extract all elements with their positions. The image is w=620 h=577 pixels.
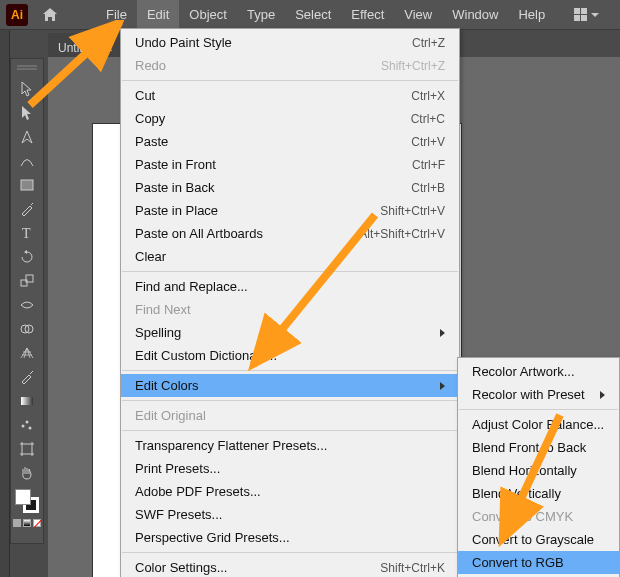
menu-item-label: Blend Front to Back xyxy=(472,440,586,455)
menu-help[interactable]: Help xyxy=(508,0,555,29)
selection-tool[interactable] xyxy=(14,77,40,101)
menu-item[interactable]: CutCtrl+X xyxy=(121,84,459,107)
menu-item-label: Undo Paint Style xyxy=(135,35,232,50)
symbol-sprayer-tool[interactable] xyxy=(14,413,40,437)
gradient-mode[interactable] xyxy=(23,519,31,527)
close-icon[interactable]: × xyxy=(105,40,113,56)
width-tool[interactable] xyxy=(14,293,40,317)
menu-item-label: Find Next xyxy=(135,302,191,317)
menu-bar: Ai File Edit Object Type Select Effect V… xyxy=(0,0,620,30)
menu-view[interactable]: View xyxy=(394,0,442,29)
menu-item[interactable]: PasteCtrl+V xyxy=(121,130,459,153)
color-mode[interactable] xyxy=(13,519,21,527)
menu-item[interactable]: Color Settings...Shift+Ctrl+K xyxy=(121,556,459,577)
svg-point-10 xyxy=(26,421,29,424)
menu-item: Edit Original xyxy=(121,404,459,427)
menu-item[interactable]: Transparency Flattener Presets... xyxy=(121,434,459,457)
menu-item[interactable]: Edit Colors xyxy=(121,374,459,397)
gradient-tool[interactable] xyxy=(14,389,40,413)
menu-item[interactable]: Adjust Color Balance... xyxy=(458,413,619,436)
menu-shortcut: Ctrl+C xyxy=(411,112,445,126)
submenu-arrow-icon xyxy=(600,391,605,399)
rotate-tool[interactable] xyxy=(14,245,40,269)
menu-item-label: Adobe PDF Presets... xyxy=(135,484,261,499)
menu-item[interactable]: Paste on All ArtboardsAlt+Shift+Ctrl+V xyxy=(121,222,459,245)
menu-item[interactable]: Convert to Grayscale xyxy=(458,528,619,551)
menu-shortcut: Shift+Ctrl+K xyxy=(380,561,445,575)
paintbrush-tool[interactable] xyxy=(14,197,40,221)
menu-item: Find Next xyxy=(121,298,459,321)
menu-item-label: Paste in Front xyxy=(135,157,216,172)
eyedropper-tool[interactable] xyxy=(14,365,40,389)
control-strip xyxy=(0,30,10,577)
type-tool[interactable]: T xyxy=(14,221,40,245)
menu-item[interactable]: SWF Presets... xyxy=(121,503,459,526)
menu-item[interactable]: Adobe PDF Presets... xyxy=(121,480,459,503)
menu-item-label: Recolor Artwork... xyxy=(472,364,575,379)
menu-item[interactable]: Convert to RGB xyxy=(458,551,619,574)
menu-object[interactable]: Object xyxy=(179,0,237,29)
none-mode[interactable] xyxy=(33,519,41,527)
menu-item-label: Paste in Back xyxy=(135,180,215,195)
shape-builder-tool[interactable] xyxy=(14,317,40,341)
menu-separator xyxy=(122,370,458,371)
menu-item[interactable]: Paste in PlaceShift+Ctrl+V xyxy=(121,199,459,222)
menu-window[interactable]: Window xyxy=(442,0,508,29)
fill-stroke-control[interactable] xyxy=(15,489,39,513)
menu-effect[interactable]: Effect xyxy=(341,0,394,29)
menu-item[interactable]: Blend Horizontally xyxy=(458,459,619,482)
menu-item[interactable]: Blend Front to Back xyxy=(458,436,619,459)
panel-grip[interactable] xyxy=(14,63,40,73)
chevron-down-icon xyxy=(591,13,599,17)
svg-rect-8 xyxy=(21,397,33,405)
menu-item-label: Perspective Grid Presets... xyxy=(135,530,290,545)
menu-item[interactable]: Edit Custom Dictionary... xyxy=(121,344,459,367)
menu-edit[interactable]: Edit xyxy=(137,0,179,29)
document-tab[interactable]: Untitled × xyxy=(48,33,123,57)
menu-item[interactable]: CopyCtrl+C xyxy=(121,107,459,130)
menu-item[interactable]: Recolor with Preset xyxy=(458,383,619,406)
direct-selection-tool[interactable] xyxy=(14,101,40,125)
tools-panel: T xyxy=(10,58,44,544)
curvature-tool[interactable] xyxy=(14,149,40,173)
pen-tool[interactable] xyxy=(14,125,40,149)
menu-item[interactable]: Recolor Artwork... xyxy=(458,360,619,383)
menu-item[interactable]: Paste in FrontCtrl+F xyxy=(121,153,459,176)
rectangle-tool[interactable] xyxy=(14,173,40,197)
menu-item-label: Adjust Color Balance... xyxy=(472,417,604,432)
edit-menu: Undo Paint StyleCtrl+ZRedoShift+Ctrl+ZCu… xyxy=(120,28,460,577)
menu-item[interactable]: Clear xyxy=(121,245,459,268)
hand-tool[interactable] xyxy=(14,461,40,485)
workspace-icon xyxy=(574,8,587,21)
menu-item-label: Paste on All Artboards xyxy=(135,226,263,241)
menu-shortcut: Shift+Ctrl+V xyxy=(380,204,445,218)
menu-item[interactable]: Find and Replace... xyxy=(121,275,459,298)
menu-item[interactable]: Undo Paint StyleCtrl+Z xyxy=(121,31,459,54)
svg-point-9 xyxy=(22,425,25,428)
menu-item-label: Convert to Grayscale xyxy=(472,532,594,547)
workspace-switcher[interactable] xyxy=(571,5,602,24)
svg-rect-2 xyxy=(21,180,33,190)
menu-item[interactable]: Spelling xyxy=(121,321,459,344)
scale-tool[interactable] xyxy=(14,269,40,293)
menu-item[interactable]: Paste in BackCtrl+B xyxy=(121,176,459,199)
menu-item-label: Paste in Place xyxy=(135,203,218,218)
menu-item[interactable]: Blend Vertically xyxy=(458,482,619,505)
menu-item[interactable]: Print Presets... xyxy=(121,457,459,480)
artboard-tool[interactable] xyxy=(14,437,40,461)
menu-select[interactable]: Select xyxy=(285,0,341,29)
app-logo[interactable]: Ai xyxy=(6,4,28,26)
menu-shortcut: Ctrl+V xyxy=(411,135,445,149)
home-button[interactable] xyxy=(38,3,62,27)
menu-item-label: Paste xyxy=(135,134,168,149)
menu-item-label: Edit Original xyxy=(135,408,206,423)
fill-swatch[interactable] xyxy=(15,489,31,505)
menu-shortcut: Shift+Ctrl+Z xyxy=(381,59,445,73)
perspective-grid-tool[interactable] xyxy=(14,341,40,365)
menu-item-label: Find and Replace... xyxy=(135,279,248,294)
menu-type[interactable]: Type xyxy=(237,0,285,29)
menu-item[interactable]: Perspective Grid Presets... xyxy=(121,526,459,549)
menu-item-label: SWF Presets... xyxy=(135,507,222,522)
svg-point-11 xyxy=(29,427,32,430)
menu-file[interactable]: File xyxy=(96,0,137,29)
